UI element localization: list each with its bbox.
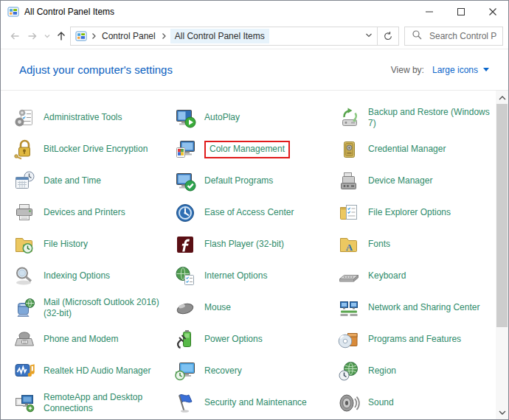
network-sharing-icon (337, 296, 361, 320)
cp-item-device-manager[interactable]: Device Manager (337, 165, 496, 197)
cp-item-credential-manager[interactable]: Credential Manager (337, 133, 496, 165)
cp-item-keyboard[interactable]: Keyboard (337, 260, 496, 292)
view-by-value: Large icons (432, 65, 478, 75)
scrollbar-thumb[interactable] (496, 104, 508, 327)
view-by-label: View by: (391, 65, 424, 75)
navigation-bar: Control Panel All Control Panel Items (1, 23, 508, 49)
cp-item-network-and-sharing[interactable]: Network and Sharing Center (337, 292, 496, 323)
address-dropdown-chevron-icon[interactable] (364, 29, 374, 43)
region-icon (337, 360, 361, 383)
recovery-icon (173, 360, 197, 383)
cp-item-fonts[interactable]: A Fonts (337, 228, 496, 260)
security-maintenance-icon (173, 391, 197, 415)
remoteapp-icon (13, 391, 36, 415)
bitlocker-icon (13, 138, 36, 161)
cp-item-power-options[interactable]: Power Options (173, 323, 337, 355)
address-bar[interactable]: Control Panel All Control Panel Items (70, 27, 378, 46)
cp-item-remoteapp[interactable]: RemoteApp and Desktop Connections (13, 387, 173, 419)
cp-item-autoplay[interactable]: AutoPlay (173, 102, 337, 133)
page-header: Adjust your computer's settings View by:… (1, 49, 508, 90)
mail-icon (13, 296, 36, 320)
power-options-icon (173, 328, 197, 351)
cp-item-internet-options[interactable]: Internet Options (173, 260, 337, 292)
cp-item-file-history[interactable]: File History (13, 228, 173, 260)
maximize-button[interactable] (445, 1, 477, 23)
control-panel-window: All Control Panel Items (0, 0, 509, 420)
realtek-audio-icon (13, 360, 36, 383)
view-by-caret-icon (483, 68, 489, 71)
cp-item-devices-and-printers[interactable]: Devices and Printers (13, 197, 173, 228)
internet-options-icon (173, 265, 197, 288)
cp-item-default-programs[interactable]: Default Programs (173, 165, 337, 197)
device-manager-icon (337, 169, 361, 193)
cp-item-mouse[interactable]: Mouse (173, 292, 337, 323)
cp-item-bitlocker[interactable]: BitLocker Drive Encryption (13, 133, 173, 165)
recent-pages-chevron-icon[interactable] (41, 27, 52, 45)
cp-item-backup-and-restore[interactable]: Backup and Restore (Windows 7) (337, 102, 496, 133)
refresh-button[interactable] (377, 27, 399, 46)
window-title: All Control Panel Items (24, 7, 114, 17)
breadcrumb-all-control-panel-items[interactable]: All Control Panel Items (170, 29, 269, 43)
backup-restore-icon (337, 106, 361, 130)
administrative-tools-icon (13, 106, 36, 130)
svg-text:A: A (346, 241, 353, 252)
cp-item-phone-and-modem[interactable]: Phone and Modem (13, 323, 173, 355)
view-by-dropdown[interactable]: Large icons (432, 65, 489, 75)
search-box[interactable] (404, 27, 503, 46)
mouse-icon (173, 296, 197, 320)
address-control-panel-icon (75, 30, 87, 42)
breadcrumb-control-panel[interactable]: Control Panel (100, 29, 157, 43)
breadcrumb-separator-icon[interactable] (91, 29, 97, 43)
sound-icon (337, 391, 361, 415)
scrollbar-up-icon[interactable] (496, 91, 508, 104)
devices-printers-icon (13, 201, 36, 225)
ease-of-access-icon (173, 201, 197, 225)
autoplay-icon (173, 106, 197, 130)
indexing-options-icon (13, 265, 36, 288)
search-input[interactable] (428, 30, 498, 42)
cp-item-indexing-options[interactable]: Indexing Options (13, 260, 173, 292)
cp-item-mail[interactable]: Mail (Microsoft Outlook 2016) (32-bit) (13, 292, 173, 323)
cp-item-ease-of-access[interactable]: Ease of Access Center (173, 197, 337, 228)
items-panel: Administrative Tools AutoPlay Backup and… (1, 90, 508, 419)
cp-item-security-and-maintenance[interactable]: Security and Maintenance (173, 387, 337, 419)
annotated-label: Color Management (204, 141, 290, 158)
file-explorer-options-icon (337, 201, 361, 225)
back-button[interactable] (6, 27, 24, 45)
vertical-scrollbar[interactable] (496, 91, 508, 419)
scrollbar-down-icon[interactable] (496, 406, 508, 419)
window-controls (413, 1, 508, 23)
close-button[interactable] (477, 1, 508, 23)
cp-item-realtek-audio[interactable]: Realtek HD Audio Manager (13, 355, 173, 387)
cp-item-recovery[interactable]: Recovery (173, 355, 337, 387)
cp-item-file-explorer-options[interactable]: File Explorer Options (337, 197, 496, 228)
fonts-icon: A (337, 233, 361, 256)
cp-item-color-management[interactable]: Color Management (173, 133, 337, 165)
file-history-icon (13, 233, 36, 256)
keyboard-icon (337, 265, 361, 288)
forward-button[interactable] (24, 27, 41, 45)
credential-manager-icon (337, 138, 361, 161)
cp-item-flash-player[interactable]: Flash Player (32-bit) (173, 228, 337, 260)
cp-item-region[interactable]: Region (337, 355, 496, 387)
minimize-button[interactable] (413, 1, 445, 23)
flash-player-icon (173, 233, 197, 256)
cp-item-sound[interactable]: Sound (337, 387, 496, 419)
search-icon (412, 29, 422, 43)
phone-modem-icon (13, 328, 36, 351)
control-panel-icon (7, 6, 19, 18)
programs-features-icon (337, 328, 361, 351)
cp-item-programs-and-features[interactable]: Programs and Features (337, 323, 496, 355)
default-programs-icon (173, 169, 197, 193)
color-management-icon (173, 138, 197, 161)
items-grid: Administrative Tools AutoPlay Backup and… (1, 91, 496, 419)
breadcrumb-separator-icon[interactable] (161, 29, 167, 43)
date-time-icon (13, 169, 36, 193)
up-button[interactable] (52, 27, 70, 45)
cp-item-date-and-time[interactable]: Date and Time (13, 165, 173, 197)
page-title: Adjust your computer's settings (19, 63, 173, 76)
titlebar: All Control Panel Items (1, 1, 508, 23)
cp-item-administrative-tools[interactable]: Administrative Tools (13, 102, 173, 133)
view-by-control: View by: Large icons (391, 65, 489, 75)
